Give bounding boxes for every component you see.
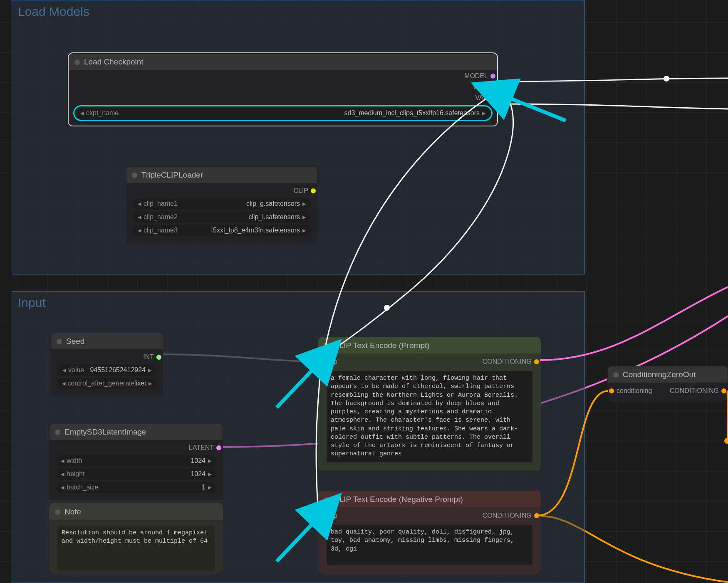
port-model[interactable] [490, 74, 495, 79]
output-cond-label: CONDITIONING [483, 512, 532, 519]
height-widget[interactable]: ◀ height 1024 ▶ [56, 468, 216, 480]
node-triple-clip-loader[interactable]: TripleCLIPLoader CLIP ◀ clip_name1 clip_… [126, 166, 317, 243]
chevron-right-icon[interactable]: ▶ [481, 111, 486, 116]
ckpt-name-widget[interactable]: ◀ ckpt_name sd3_medium_incl_clips_t5xxlf… [75, 107, 490, 119]
collapse-icon[interactable] [324, 343, 329, 348]
chevron-right-icon[interactable]: ▶ [207, 472, 212, 477]
port-int[interactable] [156, 355, 161, 360]
widget-label: ckpt_name [86, 109, 119, 117]
chevron-left-icon[interactable]: ◀ [62, 381, 66, 386]
collapse-icon[interactable] [55, 509, 60, 515]
output-latent[interactable]: LATENT [53, 442, 219, 453]
chevron-left-icon[interactable]: ◀ [137, 228, 142, 233]
port-clip[interactable] [311, 188, 316, 193]
chevron-right-icon[interactable]: ▶ [207, 485, 212, 490]
chevron-left-icon[interactable]: ◀ [79, 111, 84, 116]
chevron-left-icon[interactable]: ◀ [62, 368, 67, 373]
chevron-right-icon[interactable]: ▶ [302, 228, 307, 233]
widget-value: clip_g.safetensors [178, 200, 300, 208]
collapse-icon[interactable] [74, 59, 80, 65]
output-cond-label: CONDITIONING [483, 358, 532, 366]
port-cond-out[interactable] [721, 388, 726, 393]
batch-size-widget[interactable]: ◀ batch_size 1 ▶ [56, 482, 216, 493]
output-cond-label: CONDITIONING [670, 387, 719, 395]
port-cond-out[interactable] [534, 359, 539, 364]
node-empty-latent[interactable]: EmptySD3LatentImage LATENT ◀ width 1024 … [49, 423, 223, 500]
collapse-icon[interactable] [55, 430, 60, 435]
width-widget[interactable]: ◀ width 1024 ▶ [56, 455, 216, 467]
widget-value: 945512652412924 [84, 366, 146, 374]
seed-control-widget[interactable]: ◀ control_after_generate fixed ▶ [57, 378, 156, 389]
node-title: ConditioningZeroOut [623, 370, 696, 379]
chevron-right-icon[interactable]: ▶ [148, 381, 152, 386]
widget-value: 1 [99, 484, 206, 491]
chevron-right-icon[interactable]: ▶ [302, 201, 307, 207]
widget-value: sd3_medium_incl_clips_t5xxlfp16.safetens… [119, 109, 480, 117]
widget-label: control_after_generate [67, 380, 134, 387]
chevron-left-icon[interactable]: ◀ [137, 201, 142, 207]
group-title: Input [11, 292, 584, 310]
node-title: Note [64, 507, 81, 516]
widget-value: clip_l.safetensors [178, 213, 300, 221]
node-title: EmptySD3LatentImage [64, 427, 146, 437]
clip-name2-widget[interactable]: ◀ clip_name2 clip_l.safetensors ▶ [133, 211, 311, 223]
svg-point-2 [664, 76, 669, 82]
port-clip-in[interactable] [320, 513, 325, 518]
group-title: Load Models [11, 0, 584, 19]
seed-value-widget[interactable]: ◀ value 945512652412924 ▶ [57, 364, 156, 376]
widget-value: fixed [134, 380, 146, 387]
node-load-checkpoint[interactable]: Load Checkpoint MODEL CLIP VAE ◀ ckpt_na… [69, 53, 497, 126]
node-conditioning-zero-out[interactable]: ConditioningZeroOut conditioning CONDITI… [607, 366, 728, 402]
widget-label: clip_name1 [144, 200, 178, 208]
widget-value: t5xxl_fp8_e4m3fn.safetensors [178, 227, 300, 234]
output-clip[interactable]: CLIP [73, 82, 493, 92]
chevron-left-icon[interactable]: ◀ [137, 215, 142, 220]
negative-prompt-text[interactable]: bad quality, poor quality, doll, disfigu… [327, 525, 532, 565]
port-clip[interactable] [490, 84, 495, 89]
port-clip-in[interactable] [320, 359, 325, 364]
collapse-icon[interactable] [613, 372, 619, 378]
port-cond-out[interactable] [534, 513, 539, 518]
node-clip-text-encode-prompt[interactable]: CLIP Text Encode (Prompt) clip CONDITION… [318, 337, 541, 472]
widget-value: 1024 [82, 457, 206, 464]
clip-name3-widget[interactable]: ◀ clip_name3 t5xxl_fp8_e4m3fn.safetensor… [133, 225, 311, 236]
prompt-text[interactable]: a female character with long, flowing ha… [327, 371, 532, 462]
collapse-icon[interactable] [132, 173, 137, 178]
io-row: conditioning CONDITIONING [612, 385, 724, 397]
port-vae[interactable] [490, 95, 495, 100]
chevron-right-icon[interactable]: ▶ [207, 458, 212, 464]
node-title: TripleCLIPLoader [141, 170, 203, 180]
collapse-icon[interactable] [57, 339, 62, 344]
node-title: Seed [66, 337, 84, 346]
input-cond-label: conditioning [617, 387, 652, 395]
node-title: CLIP Text Encode (Negative Prompt) [334, 495, 463, 504]
widget-label: value [68, 366, 84, 374]
output-clip[interactable]: CLIP [130, 185, 313, 196]
chevron-left-icon[interactable]: ◀ [60, 458, 65, 464]
widget-value: 1024 [85, 470, 206, 478]
node-seed[interactable]: Seed INT ◀ value 945512652412924 ▶ ◀ con… [51, 333, 163, 396]
chevron-right-icon[interactable]: ▶ [147, 368, 152, 373]
note-text[interactable]: Resolution should be around 1 megapixel … [57, 526, 215, 571]
node-note[interactable]: Note Resolution should be around 1 megap… [49, 503, 223, 574]
chevron-right-icon[interactable]: ▶ [302, 215, 307, 220]
port-cond-in[interactable] [609, 388, 614, 393]
output-vae[interactable]: VAE [73, 92, 493, 103]
svg-point-4 [724, 438, 728, 444]
chevron-left-icon[interactable]: ◀ [60, 472, 65, 477]
widget-label: width [67, 457, 82, 464]
port-latent[interactable] [216, 445, 221, 450]
widget-label: batch_size [67, 484, 99, 491]
chevron-left-icon[interactable]: ◀ [60, 485, 65, 490]
input-clip-label: clip [327, 512, 337, 519]
output-model[interactable]: MODEL [73, 71, 493, 82]
node-title: CLIP Text Encode (Prompt) [334, 341, 430, 350]
widget-label: height [67, 470, 85, 478]
widget-label: clip_name2 [144, 213, 178, 221]
output-int[interactable]: INT [55, 352, 159, 363]
node-clip-text-encode-negative[interactable]: CLIP Text Encode (Negative Prompt) clip … [318, 491, 541, 574]
input-clip-label: clip [327, 358, 337, 366]
node-title: Load Checkpoint [84, 57, 144, 67]
clip-name1-widget[interactable]: ◀ clip_name1 clip_g.safetensors ▶ [133, 198, 311, 210]
collapse-icon[interactable] [324, 497, 329, 502]
